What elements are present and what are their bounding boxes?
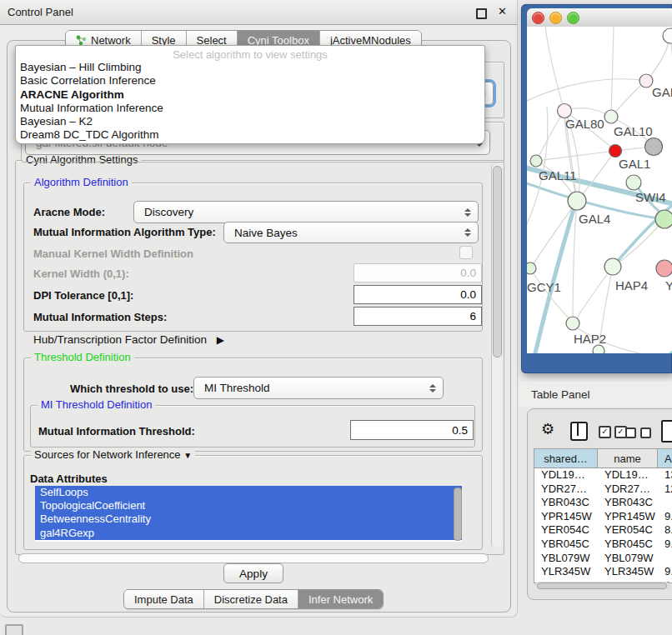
- network-node[interactable]: [639, 74, 653, 88]
- dropdown-item-mutual-information-inference[interactable]: Mutual Information Inference: [16, 102, 484, 115]
- network-node[interactable]: [604, 110, 618, 123]
- network-node[interactable]: [558, 104, 572, 118]
- table-row[interactable]: YDR27…YDR27…12: [534, 482, 672, 497]
- mi-steps-field[interactable]: 6: [354, 307, 482, 326]
- network-node[interactable]: [663, 28, 672, 43]
- sources-title[interactable]: Sources for Network Inference ▼: [31, 449, 195, 462]
- network-node[interactable]: [656, 260, 672, 277]
- network-node[interactable]: [609, 145, 622, 158]
- dock-icon[interactable]: [5, 624, 23, 635]
- network-node[interactable]: [604, 258, 621, 275]
- network-edge: [573, 201, 577, 322]
- table-cell: 8.: [658, 523, 672, 538]
- dropdown-item-bayesian-k2[interactable]: Bayesian – K2: [16, 115, 484, 128]
- zoom-traffic-light-icon[interactable]: [567, 12, 579, 24]
- close-icon[interactable]: ✕: [498, 5, 507, 18]
- control-panel-title: Control Panel: [0, 6, 73, 18]
- gear-icon[interactable]: ⚙: [541, 422, 554, 437]
- table-horizontal-scrollbar[interactable]: [535, 582, 670, 590]
- hub-definition-disclosure[interactable]: Hub/Transcription Factor Definition ▶: [33, 333, 224, 346]
- table-panel-title: Table Panel: [519, 388, 590, 401]
- close-traffic-light-icon[interactable]: [532, 12, 544, 24]
- network-node[interactable]: [655, 210, 672, 228]
- table-row[interactable]: YER054CYER054C8.: [534, 523, 672, 538]
- network-view-titlebar[interactable]: [527, 8, 672, 28]
- attribute-item-betweennesscentrality[interactable]: BetweennessCentrality: [35, 512, 462, 526]
- tab-infer-network[interactable]: Infer Network: [298, 590, 383, 608]
- export-table-icon[interactable]: [661, 420, 672, 442]
- manual-kernel-checkbox[interactable]: [459, 246, 473, 259]
- network-node[interactable]: [566, 317, 579, 330]
- control-panel-window: Control Panel ✕ NetworkStyleSelectCyni T…: [0, 0, 518, 618]
- network-edge: [611, 27, 614, 117]
- table-cell: YDL19…: [534, 468, 598, 482]
- settings-vertical-scrollbar[interactable]: [491, 163, 502, 548]
- network-node[interactable]: [626, 175, 641, 190]
- dropdown-item-dream8-dc-tdc-algorithm[interactable]: Dream8 DC_TDC Algorithm: [16, 128, 484, 142]
- network-edge: [579, 151, 615, 199]
- node-table[interactable]: shared…nameA YDL19…YDL19…13YDR27…YDR27…1…: [534, 448, 672, 583]
- attributes-list-scrollbar[interactable]: [454, 488, 462, 541]
- tab-impute-data[interactable]: Impute Data: [124, 590, 204, 608]
- data-attributes-list[interactable]: SelfLoopsTopologicalCoefficientBetweenne…: [35, 486, 462, 542]
- node-label-gal11: GAL11: [539, 168, 577, 182]
- table-row[interactable]: YBR045CYBR045C9.: [534, 538, 672, 552]
- network-node[interactable]: [593, 345, 604, 353]
- node-label-gal1: GAL1: [619, 157, 650, 171]
- tab-label: Infer Network: [308, 593, 373, 606]
- table-cell: [658, 496, 672, 510]
- aracne-mode-combo[interactable]: Discovery: [133, 201, 479, 223]
- table-row[interactable]: YPR145WYPR145W9.: [534, 510, 672, 524]
- which-threshold-combo[interactable]: MI Threshold: [193, 377, 444, 399]
- manual-kernel-label: Manual Kernel Width Definition: [33, 248, 193, 260]
- network-node[interactable]: [645, 138, 663, 156]
- combo-arrows-icon: [464, 228, 471, 237]
- column-header-a[interactable]: A: [658, 449, 672, 468]
- deselect-all-columns-icon[interactable]: [625, 428, 651, 438]
- network-graph: GALGAL80GAL10GAL1GAL11SWI4GAL4GCY1HAP4YH…: [527, 27, 672, 353]
- table-row[interactable]: YLR345WYLR345W9.: [534, 565, 672, 579]
- settings-horizontal-scrollbar[interactable]: [18, 553, 489, 563]
- mi-type-label: Mutual Information Algorithm Type:: [33, 226, 216, 238]
- kernel-width-label: Kernel Width (0,1):: [33, 268, 129, 280]
- mi-type-combo[interactable]: Naive Bayes: [223, 222, 479, 243]
- column-header-name[interactable]: name: [598, 449, 658, 468]
- select-all-columns-icon[interactable]: ✓ ✓: [599, 426, 627, 438]
- column-header-shared[interactable]: shared…: [534, 449, 598, 468]
- dpi-tolerance-field[interactable]: 0.0: [354, 285, 482, 304]
- settings-vscroll-thumb[interactable]: [493, 166, 502, 358]
- mi-threshold-label: Mutual Information Threshold:: [38, 425, 195, 438]
- table-row[interactable]: YBL079WYBL079W: [534, 552, 672, 566]
- table-cell: YBL079W: [534, 552, 598, 566]
- mi-steps-label: Mutual Information Steps:: [33, 311, 167, 323]
- table-cell: YPR145W: [598, 510, 658, 524]
- attribute-item-selfloops[interactable]: SelfLoops: [35, 486, 462, 499]
- table-cell: [658, 552, 672, 566]
- dropdown-item-bayesian-hill-climbing[interactable]: Bayesian – Hill Climbing: [16, 61, 484, 74]
- kernel-width-field[interactable]: 0.0: [354, 263, 482, 282]
- minimize-traffic-light-icon[interactable]: [549, 12, 562, 24]
- network-node[interactable]: [530, 155, 542, 167]
- float-window-icon[interactable]: [476, 8, 487, 19]
- dropdown-item-aracne-algorithm[interactable]: ARACNE Algorithm: [16, 88, 484, 102]
- aracne-mode-label: Aracne Mode:: [33, 206, 105, 218]
- tab-discretize-data[interactable]: Discretize Data: [204, 590, 298, 608]
- apply-button[interactable]: Apply: [223, 563, 283, 583]
- mi-threshold-field[interactable]: 0.5: [350, 420, 474, 440]
- node-label-hap2: HAP2: [574, 332, 606, 346]
- network-node[interactable]: [527, 262, 536, 274]
- network-canvas[interactable]: GALGAL80GAL10GAL1GAL11SWI4GAL4GCY1HAP4YH…: [527, 27, 672, 353]
- table-cell: 9.: [658, 510, 672, 524]
- combo-arrows-icon: [429, 384, 436, 392]
- dropdown-item-basic-correlation-inference[interactable]: Basic Correlation Inference: [16, 74, 484, 88]
- network-node[interactable]: [568, 192, 586, 210]
- table-cell: YPR145W: [534, 510, 598, 524]
- table-row[interactable]: YBR043CYBR043C: [534, 496, 672, 510]
- table-row[interactable]: YDL19…YDL19…13: [534, 468, 672, 482]
- table-hscroll-thumb[interactable]: [537, 582, 667, 589]
- attribute-item-topologicalcoefficient[interactable]: TopologicalCoefficient: [35, 499, 462, 512]
- attribute-item-gal4rgexp[interactable]: gal4RGexp: [35, 527, 462, 540]
- node-label-swi4: SWI4: [635, 190, 666, 204]
- columns-icon[interactable]: [570, 422, 588, 441]
- node-label-hap4: HAP4: [615, 278, 648, 292]
